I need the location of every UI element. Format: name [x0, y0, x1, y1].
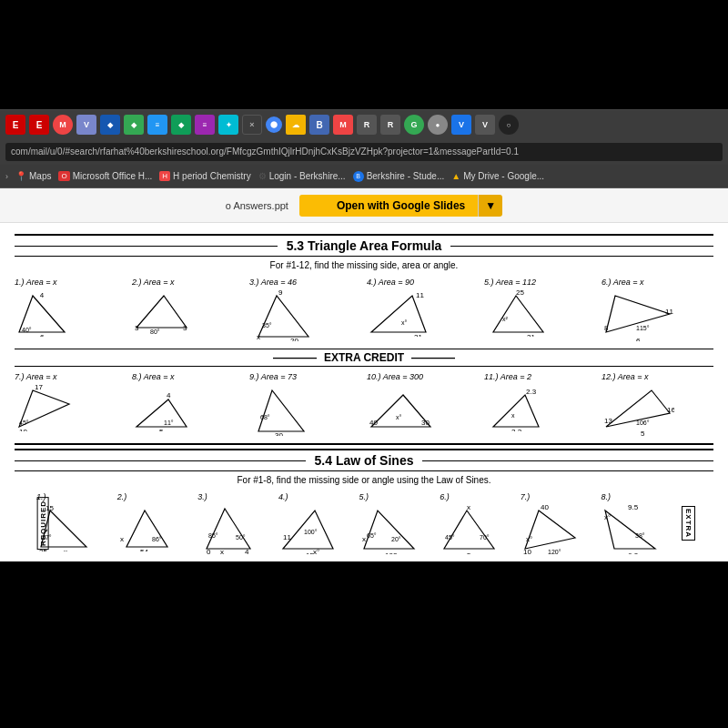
icon-m2[interactable]: M	[333, 115, 353, 135]
bookmark-arrow: ›	[5, 172, 8, 181]
problems-row-1: 1.) Area = x 4 40° 6 2.) Area = x 3 80° …	[15, 278, 713, 341]
open-slides-button[interactable]: Open with Google Slides	[299, 195, 478, 217]
svg-text:2.3: 2.3	[526, 388, 537, 396]
icon-r1[interactable]: R	[357, 115, 377, 135]
problem-12-triangle: 13 106° 16 5	[602, 381, 674, 436]
icon-v[interactable]: V	[76, 115, 96, 135]
svg-text:6: 6	[636, 337, 641, 341]
section-54-subtitle: For #1-8, find the missing side or angle…	[15, 475, 713, 485]
svg-text:2.2: 2.2	[511, 428, 522, 431]
icon-b[interactable]: B	[309, 115, 329, 135]
problem-8-label: 8.) Area = x	[132, 372, 174, 381]
section-53-subtitle: For #1-12, find the missing side, area o…	[15, 260, 713, 270]
icon-e2[interactable]: E	[29, 115, 49, 135]
svg-text:45°: 45°	[19, 420, 29, 426]
svg-marker-41	[493, 395, 539, 427]
icon-v2[interactable]: V	[451, 115, 471, 135]
svg-text:11°: 11°	[164, 420, 174, 426]
icon-sheets[interactable]: ◆	[171, 115, 191, 135]
address-bar[interactable]: com/mail/u/0/#search/rfarhat%40berkshire…	[5, 143, 723, 161]
problem-6: 6.) Area = x 8 115° 11 6	[602, 278, 713, 341]
problem-10-label: 10.) Area = 300	[367, 372, 423, 381]
svg-text:x°: x°	[526, 535, 532, 543]
problem-2-label: 2.) Area = x	[132, 278, 174, 287]
bookmark-maps[interactable]: 📍 Maps	[15, 171, 51, 181]
svg-text:16: 16	[667, 406, 674, 414]
svg-text:4: 4	[245, 548, 249, 554]
extra-label: EXTRA	[682, 506, 695, 541]
icon-g[interactable]: G	[404, 115, 424, 135]
svg-marker-8	[258, 296, 308, 337]
svg-text:86°: 86°	[152, 536, 162, 542]
sines-problem-7: 7.) 40 x° 10 120°	[521, 492, 598, 554]
problems-row-3: 1.) 15 57° 25 x 2.)	[36, 492, 695, 554]
icon-e1[interactable]: E	[5, 115, 25, 135]
svg-text:65°: 65°	[367, 532, 377, 539]
open-slides-dropdown[interactable]: ▼	[478, 195, 502, 217]
icon-circle[interactable]: ●	[428, 115, 448, 135]
svg-text:11: 11	[283, 533, 291, 541]
problem-4-triangle: 11 x° 21	[367, 287, 430, 337]
svg-text:4: 4	[167, 391, 171, 399]
svg-text:11: 11	[665, 308, 673, 316]
svg-text:120°: 120°	[548, 549, 561, 554]
svg-text:4: 4	[40, 291, 45, 299]
svg-text:10: 10	[19, 428, 27, 431]
icon-v3[interactable]: V	[475, 115, 495, 135]
problems-row-2: 7.) Area = x 17 45° 10 8.) Area = x 4 11…	[15, 372, 713, 436]
worksheet: 5.3 Triangle Area Formula For #1-12, fin…	[0, 223, 728, 561]
problem-9-label: 9.) Area = 73	[249, 372, 297, 381]
svg-text:20°: 20°	[391, 536, 401, 542]
problem-10-triangle: 40 x° 30	[367, 381, 435, 431]
bookmarks-row: › 📍 Maps O Microsoft Office H... H H per…	[0, 165, 728, 188]
svg-text:x°: x°	[396, 414, 402, 420]
icon-cal1[interactable]: ◆	[100, 115, 120, 135]
address-row: com/mail/u/0/#search/rfarhat%40berkshire…	[0, 139, 728, 165]
svg-text:x: x	[362, 535, 366, 543]
svg-text:40: 40	[541, 503, 549, 511]
icon-gmail[interactable]: M	[53, 115, 73, 135]
svg-text:17: 17	[35, 383, 43, 391]
icon-doc[interactable]: ≡	[147, 115, 167, 135]
sines-p7-triangle: 40 x° 10 120°	[521, 501, 580, 554]
section-54-problems: REQUIRED 1.) 15 57° 25 x	[15, 492, 713, 554]
svg-text:102: 102	[385, 551, 398, 554]
bookmark-chemistry[interactable]: H H period Chemistry	[159, 171, 250, 181]
problem-5: 5.) Area = 112 25 x² 21	[484, 278, 596, 337]
svg-text:9.5: 9.5	[628, 503, 639, 511]
icon-close[interactable]: ×	[242, 115, 262, 135]
sines-problem-2: 2.) 54 x 86°	[117, 492, 195, 551]
svg-text:5: 5	[467, 551, 471, 554]
bookmark-berkshire[interactable]: B Berkshire - Stude...	[353, 171, 445, 182]
problem-7-triangle: 17 45° 10	[15, 381, 78, 431]
icon-forms[interactable]: ≡	[195, 115, 215, 135]
sines-p5-label: 5.)	[359, 492, 369, 501]
svg-text:3: 3	[135, 324, 139, 332]
svg-text:50°: 50°	[236, 534, 246, 541]
sines-p3-label: 3.)	[197, 492, 207, 501]
svg-text:106°: 106°	[636, 420, 650, 426]
bookmark-login[interactable]: ⚙ Login - Berkshire...	[258, 171, 346, 181]
sines-p6-triangle: 45° x 70° 5	[440, 501, 499, 554]
svg-text:68°: 68°	[260, 414, 270, 420]
sines-p6-label: 6.)	[440, 492, 450, 501]
sines-p4-label: 4.)	[278, 492, 288, 501]
problem-8-triangle: 4 11° 5	[132, 381, 196, 431]
svg-text:40°: 40°	[22, 327, 32, 333]
problem-12: 12.) Area = x 13 106° 16 5	[602, 372, 713, 436]
problem-9: 9.) Area = 73 68° 30	[249, 372, 361, 436]
problem-1-triangle: 4 40° 6	[15, 287, 78, 337]
problem-2: 2.) Area = x 3 80° 3	[132, 278, 244, 337]
slides-bar: o Answers.ppt Open with Google Slides ▼	[0, 188, 728, 223]
bookmark-drive[interactable]: ▲ My Drive - Google...	[451, 171, 544, 181]
icon-chrome[interactable]: ⬤	[266, 116, 282, 133]
icon-meet[interactable]: ✦	[218, 115, 238, 135]
icon-r2[interactable]: R	[380, 115, 400, 135]
bookmark-office[interactable]: O Microsoft Office H...	[58, 171, 152, 181]
icon-cal2[interactable]: ◆	[124, 115, 144, 135]
problem-5-label: 5.) Area = 112	[484, 278, 536, 287]
svg-text:x: x	[257, 333, 260, 341]
svg-text:x²: x²	[502, 316, 509, 322]
icon-drive[interactable]: ☁	[286, 115, 306, 135]
icon-last[interactable]: ○	[499, 115, 519, 135]
